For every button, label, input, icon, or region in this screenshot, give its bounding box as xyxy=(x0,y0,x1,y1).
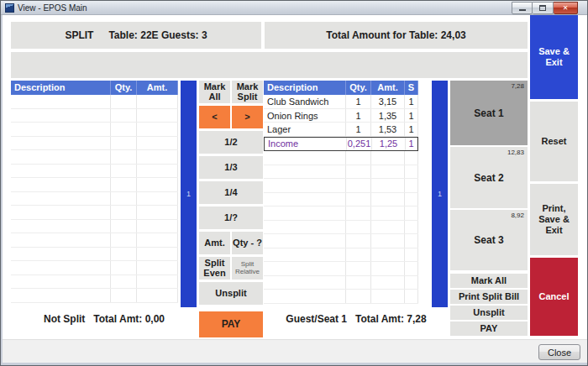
not-split-footer: Not Split Total Amt: 0,00 xyxy=(11,311,197,327)
table-row[interactable] xyxy=(11,206,178,220)
maximize-icon xyxy=(539,5,546,11)
table-guests-label: Table: 22E Guests: 3 xyxy=(108,29,207,41)
table-row[interactable] xyxy=(264,151,418,165)
not-split-table: DescriptionQty.Amt. xyxy=(11,81,178,303)
table-row[interactable] xyxy=(11,123,178,137)
table-row[interactable] xyxy=(11,192,178,207)
seat-action-mark-all[interactable]: Mark All xyxy=(450,274,528,288)
split-even-button[interactable]: Split Even xyxy=(199,257,230,280)
app-icon xyxy=(5,3,14,13)
table-row[interactable] xyxy=(264,221,418,235)
split-fraction-button[interactable]: 1/? xyxy=(199,207,263,229)
split-label: SPLIT xyxy=(65,29,93,41)
dialog-close-button[interactable]: Close xyxy=(538,344,580,360)
column-header: Description xyxy=(11,81,111,95)
seat-action-print-split-bill[interactable]: Print Split Bill xyxy=(450,290,528,304)
split-amount-button[interactable]: Amt. xyxy=(199,232,230,254)
total-amount-header: Total Amount for Table: 24,03 xyxy=(265,22,528,49)
not-split-label: Not Split xyxy=(44,313,85,325)
table-row[interactable] xyxy=(11,289,178,303)
reset-button[interactable]: Reset xyxy=(530,102,578,181)
table-row[interactable] xyxy=(264,193,418,207)
maximize-button[interactable] xyxy=(533,2,554,14)
cell-s: 1 xyxy=(406,138,417,151)
cell-qty: 0,251 xyxy=(347,138,372,151)
column-header: S xyxy=(405,81,418,95)
seat-footer-total: Total Amt: 7,28 xyxy=(355,313,427,325)
close-icon: ✕ xyxy=(563,4,569,12)
unsplit-button[interactable]: Unsplit xyxy=(199,282,263,305)
split-half-button[interactable]: 1/2 xyxy=(199,131,263,154)
table-row[interactable] xyxy=(11,261,178,275)
table-row[interactable] xyxy=(11,248,178,262)
right-page-bar[interactable]: 1 xyxy=(432,81,448,307)
split-third-button[interactable]: 1/3 xyxy=(199,156,263,179)
seat-button-1[interactable]: 7,28Seat 1 xyxy=(450,81,528,145)
seat-actions: Mark AllPrint Split BillUnsplitPAY xyxy=(450,274,528,336)
seat-action-unsplit[interactable]: Unsplit xyxy=(450,306,528,320)
seat-button-3[interactable]: 8,92Seat 3 xyxy=(450,210,528,270)
table-row[interactable]: Income0,2511,251 xyxy=(264,137,418,152)
cell-qty: 1 xyxy=(346,109,371,123)
mark-split-button[interactable]: Mark Split xyxy=(232,81,263,103)
move-left-button[interactable]: < xyxy=(199,106,230,128)
table-row[interactable]: Club Sandwich13,151 xyxy=(264,95,418,109)
table-row[interactable] xyxy=(11,275,178,290)
seat-table-header: DescriptionQty.Amt.S xyxy=(264,81,418,95)
column-header: Description xyxy=(264,81,346,95)
table-row[interactable] xyxy=(264,207,418,221)
table-row[interactable] xyxy=(11,233,178,248)
print-save-exit-button[interactable]: Print, Save & Exit xyxy=(530,184,578,255)
seat-footer: Guest/Seat 1 Total Amt: 7,28 xyxy=(264,311,449,327)
right-page-indicator: 1 xyxy=(438,190,442,198)
table-row[interactable] xyxy=(264,165,418,180)
pay-button[interactable]: PAY xyxy=(199,311,263,337)
table-row[interactable] xyxy=(264,276,418,290)
table-row[interactable] xyxy=(11,178,178,192)
mark-all-button[interactable]: Mark All xyxy=(199,81,230,103)
cell-description: Onion Rings xyxy=(264,109,346,123)
table-row[interactable] xyxy=(264,234,418,248)
close-window-button[interactable]: ✕ xyxy=(554,2,578,14)
caption-buttons: ✕ xyxy=(512,2,578,14)
seat-button-2[interactable]: 12,83Seat 2 xyxy=(450,147,528,208)
table-row[interactable]: Onion Rings11,351 xyxy=(264,109,418,123)
save-exit-button[interactable]: Save & Exit xyxy=(530,15,578,99)
cancel-button[interactable]: Cancel xyxy=(530,258,578,336)
epos-split-window: View - EPOS Main ✕ SPLIT Table: 22E Gues… xyxy=(0,0,588,366)
column-header: Qty. xyxy=(346,81,371,95)
seat-action-pay[interactable]: PAY xyxy=(450,322,528,336)
split-header: SPLIT Table: 22E Guests: 3 xyxy=(11,22,261,49)
cell-description: Income xyxy=(265,138,347,151)
table-row[interactable] xyxy=(11,165,178,179)
column-header: Amt. xyxy=(137,81,178,95)
seats: 7,28Seat 112,83Seat 28,92Seat 3 xyxy=(450,81,528,270)
minimize-button[interactable] xyxy=(512,2,533,14)
table-row[interactable]: Lager11,531 xyxy=(264,123,418,137)
split-qty-button[interactable]: Qty - ? xyxy=(232,232,263,254)
seat-label: Seat 2 xyxy=(450,147,528,208)
column-header: Amt. xyxy=(371,81,405,95)
cell-qty: 1 xyxy=(346,95,371,108)
split-quarter-button[interactable]: 1/4 xyxy=(199,181,263,204)
cell-amt: 1,53 xyxy=(371,123,405,136)
left-page-bar[interactable]: 1 xyxy=(181,81,197,307)
table-row[interactable] xyxy=(11,109,178,123)
table-row[interactable] xyxy=(264,179,418,193)
cell-s: 1 xyxy=(405,95,418,108)
table-row[interactable] xyxy=(264,290,418,304)
table-row[interactable] xyxy=(11,137,178,151)
cell-qty: 1 xyxy=(346,123,371,136)
table-row[interactable] xyxy=(264,248,418,263)
move-right-button[interactable]: > xyxy=(232,106,263,128)
cell-s: 1 xyxy=(405,123,418,136)
seat-footer-label: Guest/Seat 1 xyxy=(286,313,347,325)
titlebar[interactable]: View - EPOS Main ✕ xyxy=(1,1,587,15)
table-row[interactable] xyxy=(11,220,178,234)
table-row[interactable] xyxy=(264,262,418,276)
cell-amt: 1,35 xyxy=(371,109,405,123)
table-row[interactable] xyxy=(11,150,178,165)
table-row[interactable] xyxy=(11,95,178,109)
split-relative-button[interactable]: Split Relative xyxy=(232,257,263,280)
dialog-footer: Close xyxy=(3,339,587,363)
